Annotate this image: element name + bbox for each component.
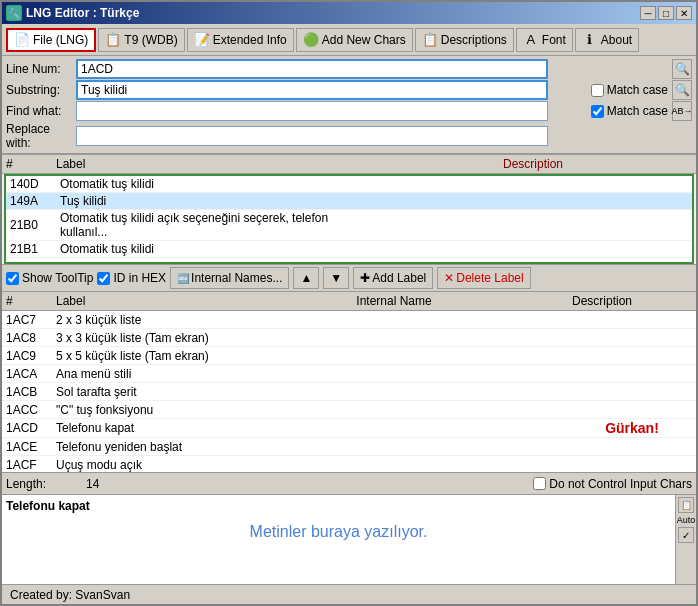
- delete-label-label: Delete Label: [456, 271, 523, 285]
- font-label: Font: [542, 33, 566, 47]
- id-in-hex-label: ID in HEX: [113, 271, 166, 285]
- td-label: 2 x 3 küçük liste: [56, 313, 216, 327]
- table-row[interactable]: 1ACB Sol tarafta şerit: [2, 383, 696, 401]
- t9-wdb-button[interactable]: 📋 T9 (WDB): [98, 28, 184, 52]
- result-row[interactable]: 140D Otomatik tuş kilidi: [6, 176, 692, 193]
- results-desc-header: Description: [374, 157, 692, 171]
- extended-info-icon: 📝: [194, 32, 210, 48]
- table-row[interactable]: 1AC8 3 x 3 küçük liste (Tam ekran): [2, 329, 696, 347]
- td-label: Sol tarafta şerit: [56, 385, 216, 399]
- add-label-button[interactable]: ✚ Add Label: [353, 267, 433, 289]
- do-not-ctrl-checkbox[interactable]: [533, 477, 546, 490]
- table-label-header: Label: [56, 294, 216, 308]
- main-window: 🔧 LNG Editor : Türkçe ─ □ ✕ 📄 File (LNG)…: [0, 0, 698, 606]
- nav-down-button[interactable]: ▼: [323, 267, 349, 289]
- results-rows: 140D Otomatik tuş kilidi 149A Tuş kilidi…: [6, 176, 692, 258]
- match-case-checkbox-2[interactable]: [591, 105, 604, 118]
- about-label: About: [601, 33, 632, 47]
- results-label-header: Label: [56, 157, 374, 171]
- file-lng-button[interactable]: 📄 File (LNG): [6, 28, 96, 52]
- table-row[interactable]: 1AC9 5 x 5 küçük liste (Tam ekran): [2, 347, 696, 365]
- substring-input[interactable]: [76, 80, 548, 100]
- result-row[interactable]: 149A Tuş kilidi: [6, 193, 692, 210]
- internal-names-button[interactable]: 🔤 Internal Names...: [170, 267, 289, 289]
- search-magnifier-btn-2[interactable]: 🔍: [672, 80, 692, 100]
- match-case-checkbox-1[interactable]: [591, 84, 604, 97]
- font-button[interactable]: A Font: [516, 28, 573, 52]
- table-iname-header: Internal Name: [216, 294, 572, 308]
- internal-names-icon: 🔤: [177, 273, 189, 284]
- line-num-input[interactable]: [76, 59, 548, 79]
- td-hash: 1ACF: [6, 458, 56, 472]
- delete-label-button[interactable]: ✕ Delete Label: [437, 267, 530, 289]
- match-case-row-2: Match case: [591, 104, 668, 118]
- table-row[interactable]: 1ACD Telefonu kapat Gürkan!: [2, 419, 696, 438]
- edit-copy-btn[interactable]: 📋: [678, 497, 694, 513]
- result-label: Otomatik tuş kilidi açık seçeneğini seçe…: [60, 211, 374, 239]
- table-row[interactable]: 1ACF Uçuş modu açık: [2, 456, 696, 472]
- add-icon: ✚: [360, 271, 370, 285]
- td-label: "C" tuş fonksiyonu: [56, 403, 216, 417]
- maximize-button[interactable]: □: [658, 6, 674, 20]
- td-hash: 1ACD: [6, 421, 56, 435]
- title-bar: 🔧 LNG Editor : Türkçe ─ □ ✕: [2, 2, 696, 24]
- add-chars-button[interactable]: 🟢 Add New Chars: [296, 28, 413, 52]
- result-row[interactable]: 21B0 Otomatik tuş kilidi açık seçeneğini…: [6, 210, 692, 241]
- edit-box[interactable]: Telefonu kapat Metinler buraya yazılıyor…: [2, 495, 676, 584]
- internal-names-label: Internal Names...: [191, 271, 282, 285]
- length-bar: Length: 14 Do not Control Input Chars: [2, 472, 696, 494]
- do-not-ctrl-label: Do not Control Input Chars: [549, 477, 692, 491]
- find-what-row: Find what: Match case AB→: [6, 101, 692, 121]
- t9-icon: 📋: [105, 32, 121, 48]
- about-icon: ℹ: [582, 32, 598, 48]
- table-desc-header: Description: [572, 294, 692, 308]
- table-row[interactable]: 1ACE Telefonu yeniden başlat: [2, 438, 696, 456]
- table-row[interactable]: 1AC7 2 x 3 küçük liste: [2, 311, 696, 329]
- toolbar: 📄 File (LNG) 📋 T9 (WDB) 📝 Extended Info …: [2, 24, 696, 56]
- table-row[interactable]: 1ACA Ana menü stili: [2, 365, 696, 383]
- table-row[interactable]: 1ACC "C" tuş fonksiyonu: [2, 401, 696, 419]
- td-label: Uçuş modu açık: [56, 458, 216, 472]
- match-case-label-1: Match case: [607, 83, 668, 97]
- td-label: Telefonu yeniden başlat: [56, 440, 216, 454]
- descriptions-button[interactable]: 📋 Descriptions: [415, 28, 514, 52]
- table-header: # Label Internal Name Description: [2, 292, 696, 311]
- find-what-input[interactable]: [76, 101, 548, 121]
- close-button[interactable]: ✕: [676, 6, 692, 20]
- table-rows-container: 1AC7 2 x 3 küçük liste 1AC8 3 x 3 küçük …: [2, 311, 696, 472]
- td-hash: 1ACB: [6, 385, 56, 399]
- results-hash-header: #: [6, 157, 56, 171]
- result-label: Otomatik tuş kilidi: [60, 242, 374, 256]
- td-hash: 1ACE: [6, 440, 56, 454]
- status-bar: Created by: SvanSvan: [2, 584, 696, 604]
- replace-btn[interactable]: AB→: [672, 101, 692, 121]
- search-magnifier-btn-1[interactable]: 🔍: [672, 59, 692, 79]
- t9-label: T9 (WDB): [124, 33, 177, 47]
- edit-auto-btn[interactable]: ✓: [678, 527, 694, 543]
- title-bar-text: 🔧 LNG Editor : Türkçe: [6, 5, 139, 21]
- search-right-2: Match case 🔍: [552, 80, 692, 100]
- replace-with-row: Replace with:: [6, 122, 692, 150]
- td-hash: 1ACA: [6, 367, 56, 381]
- minimize-button[interactable]: ─: [640, 6, 656, 20]
- file-icon: 📄: [14, 32, 30, 48]
- id-in-hex-checkbox[interactable]: [97, 272, 110, 285]
- edit-blue-text: Metinler buraya yazılıyor.: [6, 523, 671, 541]
- window-title: LNG Editor : Türkçe: [26, 6, 139, 20]
- extended-info-button[interactable]: 📝 Extended Info: [187, 28, 294, 52]
- line-num-row: Line Num: 🔍: [6, 59, 692, 79]
- result-row[interactable]: 21B1 Otomatik tuş kilidi: [6, 241, 692, 258]
- replace-with-label: Replace with:: [6, 122, 76, 150]
- substring-label: Substring:: [6, 83, 76, 97]
- td-hash: 1AC8: [6, 331, 56, 345]
- replace-with-input[interactable]: [76, 126, 548, 146]
- font-icon: A: [523, 32, 539, 48]
- td-desc: Gürkan!: [572, 420, 692, 436]
- result-label: Tuş kilidi: [60, 194, 374, 208]
- length-label: Length:: [6, 477, 86, 491]
- show-tooltip-checkbox[interactable]: [6, 272, 19, 285]
- nav-up-button[interactable]: ▲: [293, 267, 319, 289]
- about-button[interactable]: ℹ About: [575, 28, 639, 52]
- search-area: Line Num: 🔍 Substring: Match case 🔍 Find…: [2, 56, 696, 154]
- id-in-hex-item: ID in HEX: [97, 271, 166, 285]
